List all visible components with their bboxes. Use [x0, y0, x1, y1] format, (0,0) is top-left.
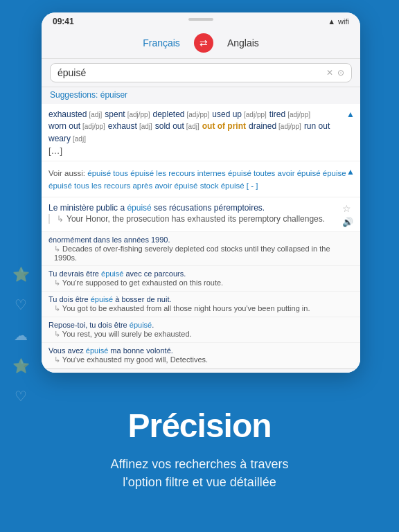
chip-spent[interactable]: spent [adj/pp] — [105, 109, 150, 119]
ex-en-2: ↳ You got to be exhausted from all those… — [48, 304, 353, 313]
search-input-container[interactable]: épuisé ✕ ⊙ — [50, 63, 352, 82]
ex-fr-3: Repose-toi, tu dois être épuisé. — [48, 321, 353, 329]
see-also-link-6[interactable]: épuisé tous les recours — [48, 181, 130, 190]
example-pair-0: énormément dans les années 1990. ↳ Decad… — [42, 232, 360, 266]
ex-en-4: ↳ You've exhausted my good will, Detecti… — [48, 355, 353, 364]
chips-row-3: […] — [48, 145, 353, 156]
chips-expand-button[interactable]: ▲ — [346, 109, 355, 119]
chip-drained[interactable]: drained [adj/pp] — [249, 121, 301, 131]
see-also-link-5[interactable]: épuise — [323, 169, 346, 177]
example-pair-1: Tu devrais être épuisé avec ce parcours.… — [42, 266, 360, 292]
chip-exhaust[interactable]: exhaust [adj] — [108, 121, 152, 131]
status-icons: ▲ wifi — [328, 17, 349, 26]
search-input-icons: ✕ ⊙ — [326, 68, 344, 78]
more-examples: énormément dans les années 1990. ↳ Decad… — [42, 232, 360, 369]
audio-button[interactable]: 🔊 — [342, 217, 353, 227]
deco-icon-1: ⭐ — [12, 266, 30, 283]
main-example-fr: Le ministère public a épuisé ses récusat… — [48, 203, 338, 213]
ex-en-3: ↳ You rest, you will surely be exhausted… — [48, 330, 353, 339]
see-also-link-1[interactable]: épuisé tous — [87, 169, 128, 177]
clear-icon[interactable]: ✕ — [326, 68, 333, 78]
promo-section: Précision Affinez vos recherches à trave… — [0, 373, 399, 532]
see-also-link-3[interactable]: épuisé toutes — [228, 169, 275, 177]
status-time: 09:41 — [53, 17, 74, 26]
see-also-link-7[interactable]: après avoir épuisé — [132, 181, 197, 190]
star-button[interactable]: ☆ — [342, 203, 353, 214]
main-example-en: ↳Your Honor, the prosecution has exhaust… — [48, 214, 338, 224]
chip-run-out[interactable]: run out — [304, 121, 330, 131]
chips-row-1: exhausted [adj] spent [adj/pp] depleted … — [48, 109, 353, 119]
ex-fr-2: Tu dois être épuisé à bosser de nuit. — [48, 295, 353, 303]
language-nav: Français ⇄ Anglais — [42, 29, 360, 59]
status-bar: 09:41 ▲ wifi — [42, 12, 360, 29]
signal-icon: ▲ — [328, 17, 335, 26]
swap-button[interactable]: ⇄ — [194, 33, 213, 53]
see-also-link-9[interactable]: [ - ] — [247, 181, 258, 190]
chip-sold-out[interactable]: sold out [adj] — [155, 121, 200, 131]
lang-to[interactable]: Anglais — [227, 37, 259, 48]
search-input-value: épuisé — [57, 67, 86, 78]
chip-depleted[interactable]: depleted [adj/pp] — [152, 109, 209, 119]
see-also-link-4[interactable]: avoir épuisé — [278, 169, 321, 177]
chips-more[interactable]: […] — [48, 145, 62, 156]
device-mockup: 09:41 ▲ wifi Français ⇄ Anglais épuisé ✕… — [42, 12, 360, 373]
chip-out-of-print[interactable]: out of print — [202, 121, 246, 131]
chips-section: exhausted [adj] spent [adj/pp] depleted … — [42, 104, 360, 161]
promo-subtitle: Affinez vos recherches à traversl'option… — [111, 456, 289, 490]
content-area: exhausted [adj] spent [adj/pp] depleted … — [42, 104, 360, 369]
ex-en-0: ↳ Decades of over-fishing severely deple… — [48, 245, 353, 262]
see-also-link-2[interactable]: épuisé les recours internes — [130, 169, 225, 177]
example-pair-4: Vous avez épuisé ma bonne volonté. ↳ You… — [42, 343, 360, 369]
suggestions-bar: Suggestions: épuiser — [42, 87, 360, 104]
deco-icon-4: ⭐ — [12, 357, 30, 374]
chip-exhausted[interactable]: exhausted [adj] — [48, 109, 102, 119]
swap-icon: ⇄ — [200, 37, 208, 48]
deco-icon-2: ♡ — [15, 296, 27, 313]
suggestions-label: Suggestions: — [50, 90, 98, 100]
see-also-label: Voir aussi: — [48, 169, 87, 177]
ex-fr-1: Tu devrais être épuisé avec ce parcours. — [48, 269, 353, 278]
see-also-section: Voir aussi: épuisé tous épuisé les recou… — [42, 161, 360, 197]
lang-from[interactable]: Français — [143, 37, 180, 48]
scan-icon[interactable]: ⊙ — [337, 68, 344, 78]
chip-worn-out[interactable]: worn out [adj/pp] — [48, 121, 105, 131]
chip-weary[interactable]: weary [adj] — [48, 134, 86, 143]
ex-fr-4: Vous avez épuisé ma bonne volonté. — [48, 346, 353, 355]
chips-row-2: worn out [adj/pp] exhaust [adj] sold out… — [48, 121, 353, 143]
main-example: Le ministère public a épuisé ses récusat… — [42, 197, 360, 232]
example-pair-2: Tu dois être épuisé à bosser de nuit. ↳ … — [42, 292, 360, 317]
search-bar: épuisé ✕ ⊙ — [42, 59, 360, 87]
see-also-expand-button[interactable]: ▲ — [346, 167, 355, 177]
promo-title: Précision — [127, 407, 271, 445]
suggestion-link[interactable]: épuiser — [100, 90, 127, 100]
pill-indicator — [188, 18, 213, 21]
ex-fr-0: énormément dans les années 1990. — [48, 236, 353, 244]
chip-used-up[interactable]: used up [adj/pp] — [212, 109, 267, 119]
wifi-icon: wifi — [338, 17, 349, 26]
ex-en-1: ↳ You're supposed to get exhausted on th… — [48, 278, 353, 287]
example-pair-3: Repose-toi, tu dois être épuisé. ↳ You r… — [42, 317, 360, 343]
chip-tired[interactable]: tired [adj/pp] — [269, 109, 310, 119]
see-also-text: Voir aussi: épuisé tous épuisé les recou… — [48, 167, 353, 193]
see-also-link-8[interactable]: stock épuisé — [200, 181, 245, 190]
deco-icon-3: ☁ — [14, 327, 28, 344]
